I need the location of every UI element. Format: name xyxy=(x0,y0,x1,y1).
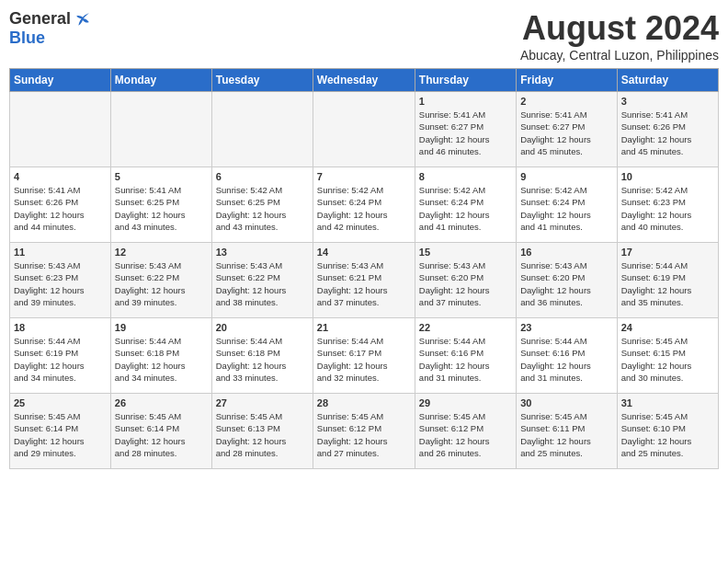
day-number: 18 xyxy=(14,322,107,333)
day-info: Sunrise: 5:42 AM Sunset: 6:24 PM Dayligh… xyxy=(520,184,612,233)
calendar-table: Sunday Monday Tuesday Wednesday Thursday… xyxy=(9,68,719,469)
day-number: 24 xyxy=(621,322,714,333)
day-info: Sunrise: 5:44 AM Sunset: 6:16 PM Dayligh… xyxy=(419,335,512,384)
header-sunday: Sunday xyxy=(10,69,111,92)
table-row: 16Sunrise: 5:43 AM Sunset: 6:20 PM Dayli… xyxy=(517,243,617,318)
day-number: 26 xyxy=(115,397,208,408)
day-info: Sunrise: 5:41 AM Sunset: 6:27 PM Dayligh… xyxy=(419,109,512,157)
day-info: Sunrise: 5:45 AM Sunset: 6:11 PM Dayligh… xyxy=(520,410,612,459)
day-info: Sunrise: 5:44 AM Sunset: 6:18 PM Dayligh… xyxy=(216,335,309,384)
header-saturday: Saturday xyxy=(617,69,718,92)
logo-general-text: General xyxy=(9,9,71,29)
table-row xyxy=(211,92,313,167)
header-friday: Friday xyxy=(517,69,617,92)
calendar-week-row: 1Sunrise: 5:41 AM Sunset: 6:27 PM Daylig… xyxy=(10,92,719,167)
day-info: Sunrise: 5:43 AM Sunset: 6:20 PM Dayligh… xyxy=(520,259,612,308)
day-number: 17 xyxy=(621,247,714,258)
table-row: 30Sunrise: 5:45 AM Sunset: 6:11 PM Dayli… xyxy=(517,394,617,469)
table-row: 17Sunrise: 5:44 AM Sunset: 6:19 PM Dayli… xyxy=(617,243,718,318)
day-number: 10 xyxy=(621,171,714,182)
table-row: 15Sunrise: 5:43 AM Sunset: 6:20 PM Dayli… xyxy=(415,243,516,318)
day-number: 16 xyxy=(520,247,612,258)
table-row: 9Sunrise: 5:42 AM Sunset: 6:24 PM Daylig… xyxy=(517,167,617,243)
day-info: Sunrise: 5:44 AM Sunset: 6:19 PM Dayligh… xyxy=(14,335,107,384)
logo-bird-icon xyxy=(74,11,91,28)
day-info: Sunrise: 5:41 AM Sunset: 6:26 PM Dayligh… xyxy=(14,184,107,233)
day-info: Sunrise: 5:45 AM Sunset: 6:12 PM Dayligh… xyxy=(419,410,512,459)
calendar-week-row: 18Sunrise: 5:44 AM Sunset: 6:19 PM Dayli… xyxy=(10,318,719,394)
day-info: Sunrise: 5:43 AM Sunset: 6:23 PM Dayligh… xyxy=(14,259,107,308)
calendar-week-row: 11Sunrise: 5:43 AM Sunset: 6:23 PM Dayli… xyxy=(10,243,719,318)
table-row: 2Sunrise: 5:41 AM Sunset: 6:27 PM Daylig… xyxy=(517,92,617,167)
header-monday: Monday xyxy=(110,69,211,92)
day-number: 28 xyxy=(317,397,411,408)
day-info: Sunrise: 5:43 AM Sunset: 6:20 PM Dayligh… xyxy=(419,259,512,308)
day-info: Sunrise: 5:44 AM Sunset: 6:17 PM Dayligh… xyxy=(317,335,411,384)
day-number: 21 xyxy=(317,322,411,333)
day-info: Sunrise: 5:41 AM Sunset: 6:27 PM Dayligh… xyxy=(520,109,612,157)
day-info: Sunrise: 5:43 AM Sunset: 6:22 PM Dayligh… xyxy=(216,259,309,308)
table-row: 14Sunrise: 5:43 AM Sunset: 6:21 PM Dayli… xyxy=(313,243,415,318)
day-number: 20 xyxy=(216,322,309,333)
day-info: Sunrise: 5:44 AM Sunset: 6:19 PM Dayligh… xyxy=(621,259,714,308)
day-number: 4 xyxy=(14,171,107,182)
table-row: 3Sunrise: 5:41 AM Sunset: 6:26 PM Daylig… xyxy=(617,92,718,167)
header-tuesday: Tuesday xyxy=(211,69,313,92)
table-row: 23Sunrise: 5:44 AM Sunset: 6:16 PM Dayli… xyxy=(517,318,617,394)
table-row: 31Sunrise: 5:45 AM Sunset: 6:10 PM Dayli… xyxy=(617,394,718,469)
day-info: Sunrise: 5:45 AM Sunset: 6:13 PM Dayligh… xyxy=(216,410,309,459)
title-section: August 2024 Abucay, Central Luzon, Phili… xyxy=(520,9,719,63)
location-subtitle: Abucay, Central Luzon, Philippines xyxy=(520,48,719,63)
day-number: 14 xyxy=(317,247,411,258)
day-number: 11 xyxy=(14,247,107,258)
day-number: 3 xyxy=(621,96,714,107)
table-row xyxy=(110,92,211,167)
day-info: Sunrise: 5:45 AM Sunset: 6:14 PM Dayligh… xyxy=(14,410,107,459)
day-number: 13 xyxy=(216,247,309,258)
day-number: 19 xyxy=(115,322,208,333)
day-number: 9 xyxy=(520,171,612,182)
header-thursday: Thursday xyxy=(415,69,516,92)
table-row: 8Sunrise: 5:42 AM Sunset: 6:24 PM Daylig… xyxy=(415,167,516,243)
table-row: 10Sunrise: 5:42 AM Sunset: 6:23 PM Dayli… xyxy=(617,167,718,243)
logo-blue-text: Blue xyxy=(9,29,45,48)
table-row: 12Sunrise: 5:43 AM Sunset: 6:22 PM Dayli… xyxy=(110,243,211,318)
day-info: Sunrise: 5:45 AM Sunset: 6:15 PM Dayligh… xyxy=(621,335,714,384)
day-number: 31 xyxy=(621,397,714,408)
day-info: Sunrise: 5:41 AM Sunset: 6:25 PM Dayligh… xyxy=(115,184,208,233)
table-row: 22Sunrise: 5:44 AM Sunset: 6:16 PM Dayli… xyxy=(415,318,516,394)
day-info: Sunrise: 5:41 AM Sunset: 6:26 PM Dayligh… xyxy=(621,109,714,157)
day-number: 2 xyxy=(520,96,612,107)
day-number: 15 xyxy=(419,247,512,258)
day-info: Sunrise: 5:42 AM Sunset: 6:24 PM Dayligh… xyxy=(419,184,512,233)
table-row: 24Sunrise: 5:45 AM Sunset: 6:15 PM Dayli… xyxy=(617,318,718,394)
day-info: Sunrise: 5:42 AM Sunset: 6:25 PM Dayligh… xyxy=(216,184,309,233)
calendar-header: Sunday Monday Tuesday Wednesday Thursday… xyxy=(10,69,719,92)
day-info: Sunrise: 5:43 AM Sunset: 6:21 PM Dayligh… xyxy=(317,259,411,308)
calendar-week-row: 4Sunrise: 5:41 AM Sunset: 6:26 PM Daylig… xyxy=(10,167,719,243)
day-info: Sunrise: 5:43 AM Sunset: 6:22 PM Dayligh… xyxy=(115,259,208,308)
header-row: Sunday Monday Tuesday Wednesday Thursday… xyxy=(10,69,719,92)
table-row: 1Sunrise: 5:41 AM Sunset: 6:27 PM Daylig… xyxy=(415,92,516,167)
table-row xyxy=(10,92,111,167)
day-number: 27 xyxy=(216,397,309,408)
table-row: 20Sunrise: 5:44 AM Sunset: 6:18 PM Dayli… xyxy=(211,318,313,394)
day-info: Sunrise: 5:45 AM Sunset: 6:14 PM Dayligh… xyxy=(115,410,208,459)
day-number: 12 xyxy=(115,247,208,258)
table-row: 26Sunrise: 5:45 AM Sunset: 6:14 PM Dayli… xyxy=(110,394,211,469)
day-info: Sunrise: 5:42 AM Sunset: 6:24 PM Dayligh… xyxy=(317,184,411,233)
table-row: 28Sunrise: 5:45 AM Sunset: 6:12 PM Dayli… xyxy=(313,394,415,469)
table-row: 7Sunrise: 5:42 AM Sunset: 6:24 PM Daylig… xyxy=(313,167,415,243)
table-row: 11Sunrise: 5:43 AM Sunset: 6:23 PM Dayli… xyxy=(10,243,111,318)
day-number: 22 xyxy=(419,322,512,333)
day-number: 29 xyxy=(419,397,512,408)
table-row: 27Sunrise: 5:45 AM Sunset: 6:13 PM Dayli… xyxy=(211,394,313,469)
table-row: 25Sunrise: 5:45 AM Sunset: 6:14 PM Dayli… xyxy=(10,394,111,469)
logo: General Blue xyxy=(9,9,91,48)
day-info: Sunrise: 5:45 AM Sunset: 6:10 PM Dayligh… xyxy=(621,410,714,459)
day-number: 6 xyxy=(216,171,309,182)
table-row: 29Sunrise: 5:45 AM Sunset: 6:12 PM Dayli… xyxy=(415,394,516,469)
day-number: 23 xyxy=(520,322,612,333)
table-row: 21Sunrise: 5:44 AM Sunset: 6:17 PM Dayli… xyxy=(313,318,415,394)
day-info: Sunrise: 5:45 AM Sunset: 6:12 PM Dayligh… xyxy=(317,410,411,459)
